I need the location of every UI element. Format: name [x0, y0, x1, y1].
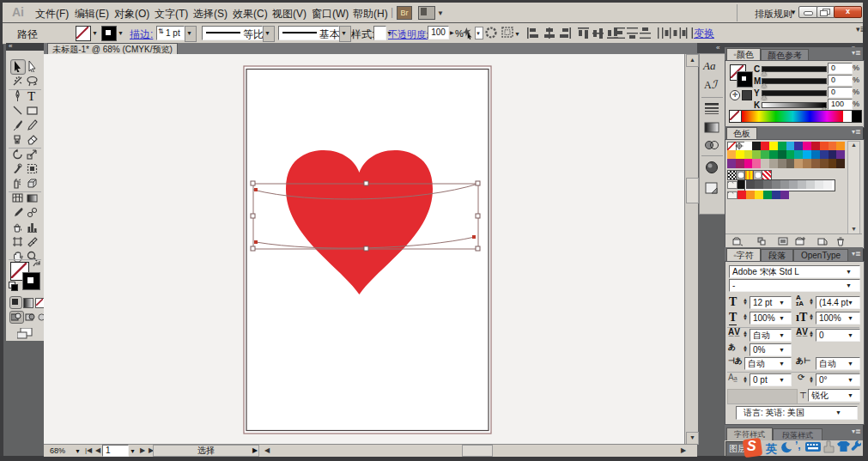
svg-text:T: T: [27, 90, 35, 101]
